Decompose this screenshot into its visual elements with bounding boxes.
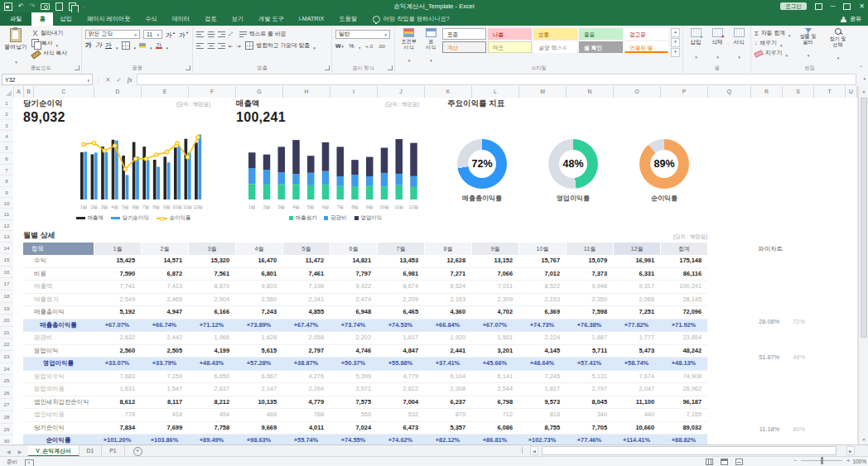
undo-icon[interactable]: ↶ [18, 0, 24, 12]
zoom-slider-thumb[interactable] [821, 457, 823, 464]
cell[interactable]: 2,066 [613, 294, 660, 306]
cell[interactable]: 6,104 [424, 371, 471, 383]
cell[interactable]: 3,201 [471, 345, 518, 358]
cell[interactable]: +67.47% [282, 319, 330, 332]
login-button[interactable]: 로그인 [780, 2, 807, 10]
insert-cells-button[interactable]: + 삽입 [687, 28, 705, 62]
cell[interactable]: 8,212 [188, 396, 235, 409]
column-header-J[interactable]: J [378, 86, 425, 98]
cell[interactable]: 4,276 [282, 371, 330, 383]
row-label[interactable]: 영업외비용 [23, 383, 94, 396]
decrease-indent-icon[interactable]: ⇤ [229, 43, 233, 49]
cell[interactable]: +73.74% [330, 319, 377, 332]
cell[interactable]: 6,524 [424, 281, 471, 293]
row-header-12[interactable]: 12 [0, 220, 13, 231]
select-all-corner[interactable] [0, 86, 14, 98]
row-header-3[interactable]: 3 [0, 120, 13, 131]
fill-color-button[interactable] [139, 43, 146, 49]
percent-style-button[interactable]: % [349, 43, 354, 49]
cell[interactable]: 48,242 [660, 345, 707, 358]
cell[interactable]: 9,803 [235, 281, 282, 293]
cell[interactable]: 2,632 [94, 332, 141, 344]
cell[interactable]: 6,141 [471, 371, 518, 383]
cell[interactable]: 2,560 [94, 345, 141, 358]
cell[interactable]: 2,797 [282, 345, 330, 358]
bold-button[interactable]: 가 [85, 41, 92, 50]
tab-수식[interactable]: 수식 [137, 12, 164, 26]
clear-button[interactable]: 지우기 [755, 48, 791, 58]
column-header-H[interactable]: H [283, 86, 330, 98]
cell-style-경고문[interactable]: 경고문 [624, 28, 668, 40]
cell[interactable]: 15,079 [566, 255, 613, 267]
cell[interactable]: 7,598 [566, 306, 613, 319]
cell[interactable]: 72,096 [660, 306, 707, 319]
cell[interactable]: 2,047 [613, 383, 660, 396]
column-header-B[interactable]: B [24, 86, 34, 98]
cell[interactable]: 6,465 [377, 306, 424, 319]
cell[interactable]: 550 [330, 409, 377, 421]
cell[interactable]: 8,755 [518, 422, 566, 435]
cell[interactable]: 2,350 [566, 294, 613, 306]
increase-decimal-button[interactable]: +.0 [365, 43, 373, 49]
column-header-I[interactable]: I [330, 86, 378, 98]
cell[interactable]: 2,622 [377, 383, 424, 396]
save-icon[interactable] [4, 2, 12, 11]
cell[interactable]: 7,758 [188, 422, 235, 435]
cell[interactable]: 1,777 [613, 332, 660, 344]
cell[interactable]: 11,100 [613, 396, 660, 409]
row-header-20[interactable]: 20 [0, 315, 13, 327]
cell[interactable]: 1,817 [518, 383, 566, 396]
row-header-24[interactable]: 24 [0, 363, 13, 376]
donut-매출총이익률[interactable]: 72% [457, 139, 507, 189]
cell[interactable]: +50.37% [330, 358, 377, 370]
cell[interactable]: 7,004 [377, 396, 424, 409]
row-header-8[interactable]: 8 [0, 175, 13, 186]
cell[interactable]: 10,135 [235, 396, 282, 409]
cell[interactable]: 7,699 [141, 422, 188, 435]
align-right-icon[interactable] [218, 43, 225, 49]
row-label[interactable]: 판관비 [23, 332, 94, 344]
share-button[interactable]: 공유 [841, 12, 861, 26]
cell[interactable]: 1,966 [188, 332, 235, 344]
row-label[interactable]: 당기순이익 [23, 422, 94, 435]
qat-customize-icon[interactable] [82, 0, 85, 13]
cell[interactable]: 8,117 [141, 396, 188, 409]
delete-cells-button[interactable]: × 삭제 [708, 28, 726, 62]
row-header-28[interactable]: 28 [0, 411, 13, 424]
row-header-18[interactable]: 18 [0, 291, 13, 303]
tab-홈[interactable]: 홈 [31, 12, 52, 26]
cell[interactable]: 8,670 [188, 281, 235, 293]
row-header-5[interactable]: 5 [0, 142, 13, 153]
cell[interactable]: 7,741 [94, 281, 141, 293]
row-label[interactable]: 매출총이익 [23, 306, 94, 319]
cell[interactable]: 13,152 [471, 255, 518, 267]
cell[interactable]: 6,086 [471, 422, 518, 435]
cell[interactable]: 7,271 [424, 268, 471, 281]
column-header-M[interactable]: M [519, 86, 567, 98]
header-3월[interactable]: 3월 [188, 243, 235, 255]
cell[interactable]: 23,854 [660, 332, 707, 344]
cell[interactable]: 6,237 [424, 396, 471, 409]
cell[interactable]: +57.28% [235, 358, 282, 370]
tab-삽입[interactable]: 삽입 [53, 12, 80, 26]
cell[interactable]: 8,612 [94, 396, 141, 409]
cell[interactable]: +67.07% [471, 319, 518, 332]
cell[interactable]: 9,948 [566, 281, 613, 293]
cell[interactable]: +33.79% [141, 358, 188, 370]
camera-icon[interactable] [41, 3, 50, 10]
cell[interactable]: 7,012 [518, 268, 566, 281]
cell[interactable]: 768 [282, 409, 330, 421]
cell[interactable]: 6,473 [377, 422, 424, 435]
font-color-button[interactable]: 가 [156, 42, 162, 50]
sheet-prev-icon[interactable]: ◀ [7, 449, 11, 454]
cell[interactable]: 2,442 [141, 332, 188, 344]
cell[interactable]: 9,669 [235, 422, 282, 435]
header-11월[interactable]: 11월 [566, 243, 613, 255]
conditional-formatting-button[interactable]: 조건부 서식 [398, 28, 419, 65]
cell[interactable]: 7,705 [566, 422, 613, 435]
header-6월[interactable]: 6월 [330, 243, 377, 255]
zoom-slider[interactable] [801, 460, 842, 461]
decrease-decimal-button[interactable]: .00 [378, 43, 385, 49]
tab-i-MATRIX[interactable]: i-MATRIX [292, 12, 332, 26]
cell[interactable]: 9,422 [330, 281, 377, 293]
